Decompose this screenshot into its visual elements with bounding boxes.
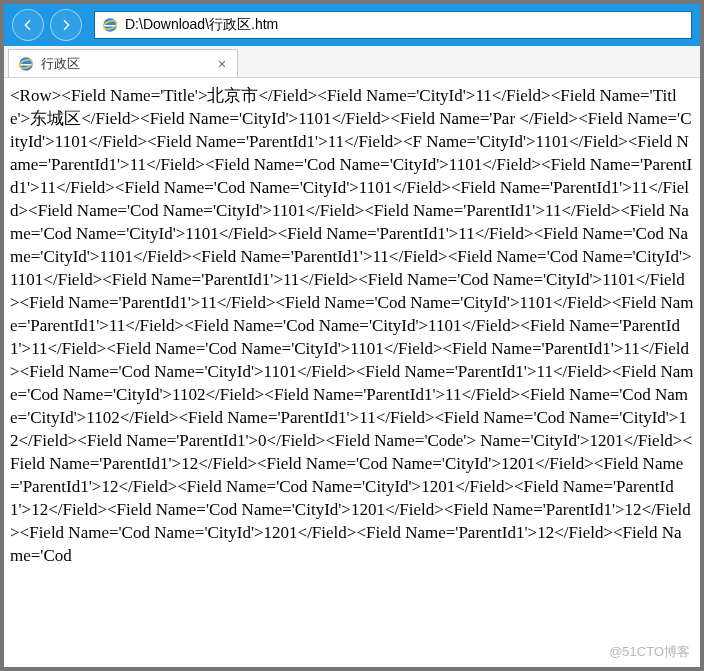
ie-logo-icon	[17, 55, 35, 73]
address-bar[interactable]	[94, 11, 692, 39]
forward-button[interactable]	[50, 9, 82, 41]
arrow-right-icon	[58, 17, 74, 33]
page-content: <Row><Field Name='Title'>北京市</Field><Fie…	[4, 78, 700, 667]
back-button[interactable]	[12, 9, 44, 41]
arrow-left-icon	[20, 17, 36, 33]
address-input[interactable]	[125, 17, 685, 33]
tab-title: 行政区	[41, 55, 209, 73]
titlebar	[4, 4, 700, 46]
close-icon: ×	[218, 57, 226, 71]
tab-active[interactable]: 行政区 ×	[8, 49, 238, 77]
tab-bar: 行政区 ×	[4, 46, 700, 78]
tab-close-button[interactable]: ×	[215, 57, 229, 71]
ie-logo-icon	[101, 16, 119, 34]
